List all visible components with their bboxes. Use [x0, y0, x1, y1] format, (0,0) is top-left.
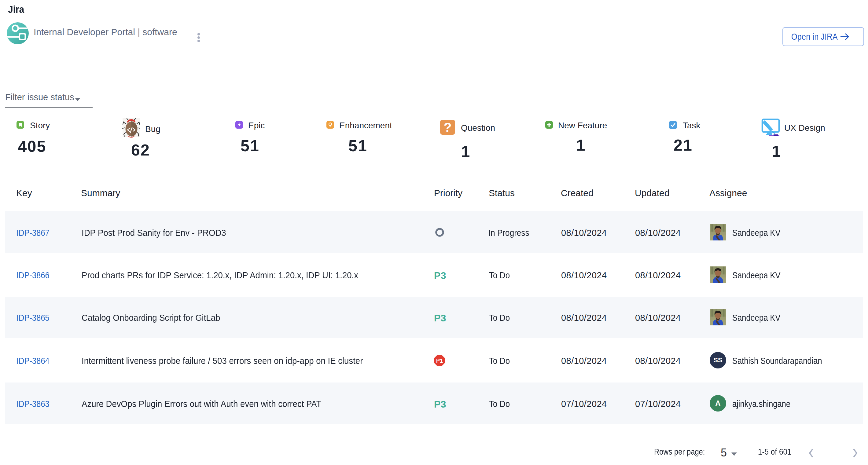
- svg-text:?: ?: [444, 120, 452, 134]
- svg-text:P1: P1: [436, 358, 443, 364]
